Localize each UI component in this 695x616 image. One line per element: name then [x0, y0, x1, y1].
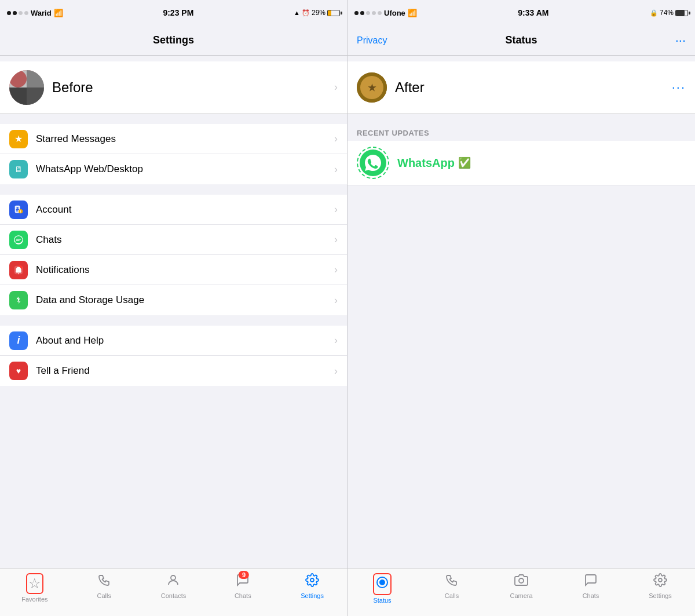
- list-item-about[interactable]: i About and Help ›: [0, 326, 347, 356]
- right-calls-label: Calls: [445, 592, 459, 599]
- right-nav-back[interactable]: Privacy: [357, 35, 387, 46]
- tab-chats-right[interactable]: Chats: [556, 573, 626, 599]
- right-carrier-info: Ufone 📶: [354, 9, 417, 17]
- contacts-label: Contacts: [161, 592, 186, 599]
- signal-dots: [7, 11, 28, 15]
- wa-avatar-inner: [360, 150, 386, 176]
- section-2: ! Account › Chats ›: [0, 195, 347, 315]
- section-3: i About and Help › ♥ Tell a Friend ›: [0, 326, 347, 386]
- svg-rect-7: [16, 207, 19, 209]
- profile-row[interactable]: Before ›: [0, 61, 347, 114]
- tab-settings-right[interactable]: Settings: [626, 573, 695, 599]
- tell-label: Tell a Friend: [36, 365, 326, 377]
- profile-chevron: ›: [334, 81, 338, 93]
- svg-text:★: ★: [368, 83, 376, 93]
- right-wifi-icon: 📶: [408, 9, 417, 17]
- left-battery-pct: 29%: [312, 9, 325, 17]
- right-avatar: ★: [357, 72, 387, 103]
- lock-icon: 🔒: [650, 9, 658, 17]
- left-remaining: [0, 386, 347, 568]
- contacts-icon: [166, 573, 180, 591]
- wa-info: WhatsApp ✅: [397, 156, 471, 170]
- left-tab-bar: ☆ Favorites Calls Contacts: [0, 568, 347, 616]
- tab-contacts[interactable]: Contacts: [139, 573, 209, 599]
- right-profile-name: After: [395, 79, 664, 96]
- data-icon: [9, 291, 28, 309]
- right-settings-label: Settings: [649, 592, 672, 599]
- right-time: 9:33 AM: [518, 8, 548, 17]
- about-chevron: ›: [334, 334, 338, 347]
- list-item-tell[interactable]: ♥ Tell a Friend ›: [0, 356, 347, 386]
- right-more-icon[interactable]: ···: [672, 80, 686, 95]
- about-label: About and Help: [36, 335, 326, 347]
- list-item-account[interactable]: ! Account ›: [0, 195, 347, 225]
- left-nav-bar: Settings: [0, 25, 347, 56]
- list-item-starred[interactable]: ★ Starred Messages ›: [0, 124, 347, 154]
- svg-rect-9: [16, 210, 19, 211]
- right-top-sep: [348, 56, 695, 61]
- wa-verified-icon: ✅: [458, 156, 471, 169]
- sep2: [0, 184, 347, 195]
- web-chevron: ›: [334, 163, 338, 176]
- svg-point-5: [9, 70, 44, 105]
- chats-tab-label: Chats: [235, 592, 251, 599]
- wifi-icon: 📶: [54, 9, 63, 17]
- list-item-web[interactable]: 🖥 WhatsApp Web/Desktop ›: [0, 154, 347, 184]
- tab-calls-left[interactable]: Calls: [70, 573, 139, 599]
- svg-rect-15: [18, 273, 19, 274]
- list-item-data[interactable]: Data and Storage Usage ›: [0, 285, 347, 315]
- sep3: [0, 315, 347, 326]
- list-item-notifications[interactable]: Notifications ›: [0, 255, 347, 285]
- right-signal-dots: [354, 11, 382, 15]
- wa-name: WhatsApp: [397, 156, 455, 170]
- notifications-chevron: ›: [334, 264, 338, 276]
- about-icon: i: [9, 331, 28, 350]
- starred-icon: ★: [9, 130, 28, 148]
- tab-favorites[interactable]: ☆ Favorites: [0, 573, 70, 603]
- left-panel: Warid 📶 9:23 PM ▲ ⏰ 29% Settings: [0, 0, 348, 616]
- favorites-icon: ☆: [28, 575, 41, 591]
- tab-status[interactable]: Status: [348, 573, 417, 604]
- notifications-icon: [9, 261, 28, 279]
- right-battery-icon: [675, 10, 688, 16]
- wa-name-row: WhatsApp ✅: [397, 156, 471, 170]
- right-status-bar: Ufone 📶 9:33 AM 🔒 74%: [348, 0, 695, 25]
- svg-point-17: [310, 578, 314, 582]
- svg-point-22: [380, 580, 385, 585]
- wa-avatar: [357, 147, 389, 179]
- tab-calls-right[interactable]: Calls: [417, 573, 487, 599]
- calls-icon: [97, 573, 111, 591]
- starred-label: Starred Messages: [36, 133, 326, 145]
- data-chevron: ›: [334, 294, 338, 307]
- right-nav-more[interactable]: ···: [675, 33, 686, 48]
- status-tab-label: Status: [373, 597, 391, 604]
- web-label: WhatsApp Web/Desktop: [36, 163, 326, 175]
- right-settings-icon: [653, 573, 667, 591]
- svg-point-24: [659, 578, 662, 582]
- calls-label: Calls: [97, 592, 111, 599]
- right-nav-bar: Privacy Status ···: [348, 25, 695, 56]
- right-remaining: [348, 185, 695, 568]
- right-chats-label: Chats: [583, 592, 599, 599]
- list-item-chats[interactable]: Chats ›: [0, 225, 347, 255]
- tab-settings[interactable]: Settings: [277, 573, 347, 599]
- account-chevron: ›: [334, 203, 338, 216]
- camera-icon: [514, 573, 528, 591]
- top-sep: [0, 56, 347, 61]
- right-calls-icon: [445, 573, 459, 591]
- svg-text:!: !: [20, 209, 21, 214]
- web-icon: 🖥: [9, 160, 28, 178]
- whatsapp-status-row[interactable]: WhatsApp ✅: [348, 141, 695, 185]
- left-carrier: Warid: [31, 9, 52, 17]
- right-tab-bar: Status Calls Camera: [348, 568, 695, 616]
- svg-point-16: [171, 575, 175, 580]
- tab-chats-left[interactable]: 9 Chats: [208, 573, 277, 599]
- chats-label: Chats: [36, 234, 326, 246]
- recent-updates-header: RECENT UPDATES: [348, 124, 695, 141]
- section-1: ★ Starred Messages › 🖥 WhatsApp Web/Desk…: [0, 124, 347, 184]
- tab-camera[interactable]: Camera: [487, 573, 556, 599]
- alarm-icon: ⏰: [302, 9, 310, 17]
- right-profile-row[interactable]: ★ After ···: [348, 61, 695, 114]
- svg-point-23: [519, 578, 524, 583]
- favorites-highlight: ☆: [26, 573, 43, 594]
